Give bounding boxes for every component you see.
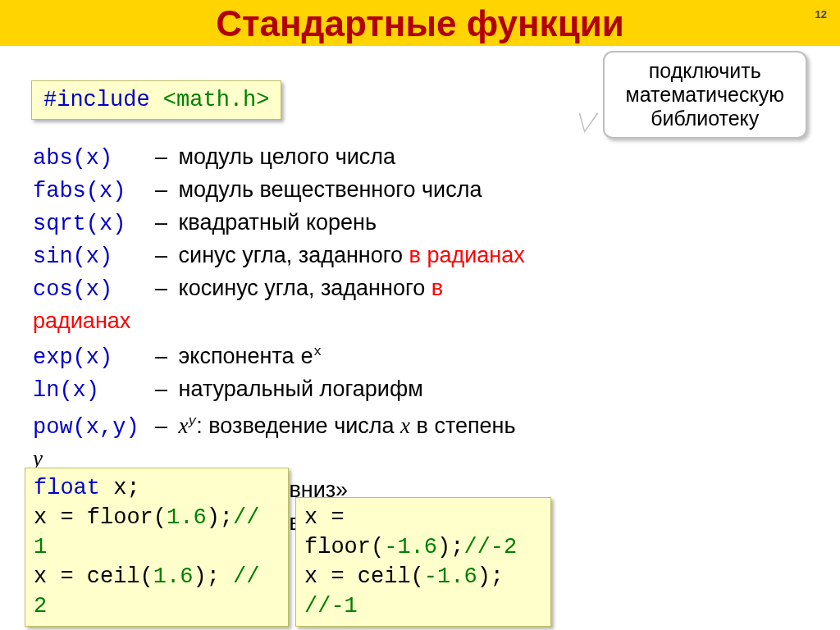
callout-line: библиотеку: [626, 107, 784, 130]
callout-box: подключить математическую библиотеку: [603, 51, 807, 139]
fn-name: abs(x): [33, 143, 152, 174]
fn-name: cos(x): [33, 274, 152, 305]
fn-name: fabs(x): [33, 176, 152, 207]
fn-desc: квадратный корень: [179, 210, 377, 235]
fn-desc-red: в: [431, 276, 443, 300]
list-item: exp(x)– экспонента ex: [33, 336, 807, 373]
page-title: Стандартные функции: [0, 3, 840, 44]
fn-desc: модуль целого числа: [179, 144, 396, 169]
page-number: 12: [815, 8, 827, 21]
fn-desc: x: [400, 413, 410, 438]
code-line: x = floor(-1.6);//-2: [304, 503, 542, 562]
callout-line: математическую: [626, 83, 784, 107]
fn-desc: : возведение числа: [196, 413, 400, 438]
fn-name: sin(x): [33, 241, 152, 272]
list-item: fabs(x)– модуль вещественного числа: [33, 174, 807, 207]
callout-line: подключить: [626, 59, 784, 83]
fn-desc: натуральный логарифм: [179, 377, 423, 401]
fn-desc: модуль вещественного числа: [179, 177, 482, 202]
include-directive: #include <math.h>: [31, 80, 281, 120]
list-item: sin(x)– синус угла, заданного в радианах: [33, 240, 807, 272]
code-line: x = ceil(1.6); // 2: [34, 562, 280, 621]
fn-name: sqrt(x): [33, 208, 152, 240]
list-item: pow(x,y)– xy: возведение числа x в степе…: [33, 406, 807, 443]
fn-desc: косинус угла, заданного: [179, 276, 431, 300]
list-item: sqrt(x)– квадратный корень: [33, 207, 807, 240]
fn-desc-red: в радианах: [409, 243, 525, 267]
code-example-right: x = floor(-1.6);//-2 x = ceil(-1.6); //-…: [295, 497, 551, 627]
list-item: abs(x)– модуль целого числа: [33, 141, 807, 174]
slide: Стандартные функции 12 подключить матема…: [0, 0, 840, 630]
list-item: радианах: [33, 305, 807, 336]
fn-desc: синус угла, заданного: [179, 243, 409, 267]
include-header: <math.h>: [163, 88, 270, 112]
code-line: float x;: [34, 473, 280, 503]
fn-desc-red: радианах: [33, 308, 130, 333]
fn-desc: e: [300, 345, 313, 370]
fn-name: ln(x): [33, 375, 152, 406]
fn-name: pow(x,y): [33, 412, 152, 443]
code-example-left: float x; x = floor(1.6);// 1 x = ceil(1.…: [25, 468, 289, 627]
fn-desc: в степень: [410, 413, 516, 438]
code-line: x = floor(1.6);// 1: [34, 503, 280, 562]
list-item: cos(x)– косинус угла, заданного в: [33, 272, 807, 305]
list-item: ln(x)– натуральный логарифм: [33, 373, 807, 406]
fn-desc-sup: y: [189, 414, 197, 429]
fn-desc: x: [179, 413, 189, 438]
fn-desc-sup: x: [313, 345, 322, 359]
fn-name: exp(x): [33, 342, 152, 373]
include-keyword: #include: [43, 88, 150, 112]
code-line: x = ceil(-1.6); //-1: [304, 562, 542, 621]
fn-desc: экспонента: [179, 344, 300, 368]
